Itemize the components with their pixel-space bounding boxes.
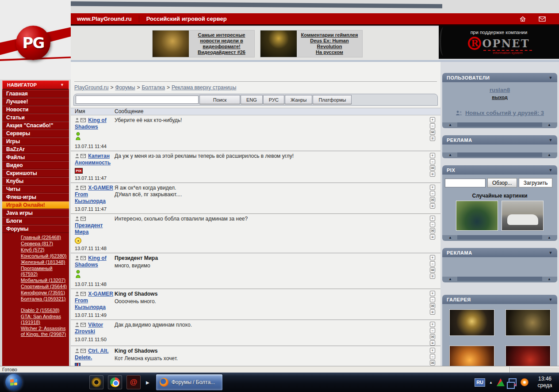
forum-link-programmny[interactable]: Программный (67592)	[2, 266, 69, 278]
random-picture-thumbnail[interactable]	[456, 201, 498, 231]
quote-icon[interactable]: ≡	[430, 274, 435, 279]
rate-plus-icon[interactable]: +	[430, 348, 435, 353]
pm-icon[interactable]	[80, 323, 86, 327]
nav-item-forumy[interactable]: Форумы	[2, 225, 69, 233]
rate-minus-icon[interactable]: −	[430, 159, 435, 164]
start-button[interactable]	[5, 374, 22, 391]
rate-minus-icon[interactable]: −	[430, 123, 435, 129]
forum-link-glavny[interactable]: Главный (226468)	[2, 235, 69, 241]
logout-link[interactable]: выход	[445, 95, 555, 100]
nav-item-skrinshoty[interactable]: Скриншоты	[2, 169, 69, 177]
ads-panel-header[interactable]: РЕКЛАМА▼	[442, 135, 557, 145]
pm-user-icon[interactable]: ✉	[430, 197, 435, 202]
quote-icon[interactable]: ≡	[430, 136, 435, 141]
breadcrumb-forums[interactable]: Форумы	[115, 84, 135, 91]
language-indicator[interactable]: RU	[475, 378, 485, 387]
rate-minus-icon[interactable]: −	[430, 354, 435, 359]
rate-plus-icon[interactable]: +	[430, 117, 435, 122]
video-digest-banner[interactable]: Самые интересные новости недели в видеоф…	[152, 30, 255, 57]
banner-link[interactable]: На русском	[299, 49, 360, 55]
forum-link-sportivny[interactable]: Спортивный (35644)	[2, 284, 69, 290]
breadcrumb-boltalka[interactable]: Болталка	[142, 84, 165, 91]
nav-item-chity[interactable]: Читы	[2, 185, 69, 193]
panel-collapse-bar[interactable]: ▲▲	[442, 277, 557, 282]
forum-link-witcher2[interactable]: Witcher 2: Assassins of Kings, the (2998…	[2, 326, 69, 338]
nav-item-akciya[interactable]: Акция "Спасибо!"	[2, 122, 69, 129]
avatar[interactable]	[75, 270, 113, 280]
forum-link-servera[interactable]: Сервера (817)	[2, 241, 69, 247]
nav-item-flesh-igry[interactable]: Флеш-игры	[2, 193, 69, 201]
rate-plus-icon[interactable]: +	[430, 153, 435, 158]
nav-item-java-igry[interactable]: Java игры	[2, 209, 69, 217]
quote-icon[interactable]: ≡	[430, 171, 435, 177]
rate-plus-icon[interactable]: +	[430, 255, 435, 260]
avatar[interactable]: PIX	[75, 168, 83, 174]
tray-app-icon[interactable]	[521, 378, 528, 386]
deus-ex-banner[interactable]: Комментарии геймплея Deus Ex: Human Revo…	[260, 30, 363, 57]
forum-link-klub[interactable]: Клуб (572)	[2, 247, 69, 253]
gallery-thumbnail[interactable]	[449, 309, 494, 336]
pm-icon[interactable]	[80, 217, 86, 221]
quick-launch-daemon-icon[interactable]	[89, 375, 103, 389]
nav-item-faily[interactable]: Файлы	[2, 153, 69, 161]
rate-minus-icon[interactable]: −	[430, 222, 435, 227]
firefox-task-button[interactable]: Форумы / Болта...	[156, 374, 223, 391]
panel-collapse-bar[interactable]: ▲▲	[442, 152, 557, 158]
username-link[interactable]: Ctrl. Alt. Delete.	[75, 348, 109, 361]
taskbar-clock[interactable]: 13:46 среда	[534, 376, 555, 389]
genres-tab[interactable]: Жанры	[285, 95, 313, 104]
nav-item-luchshee[interactable]: Лучшее!	[2, 98, 69, 106]
pm-user-icon[interactable]: ✉	[430, 228, 435, 233]
avatar[interactable]	[75, 132, 113, 142]
network-status-icon[interactable]	[509, 378, 517, 386]
nav-item-servery[interactable]: Серверы	[2, 129, 69, 137]
banner-title-link[interactable]: Комментарии геймплея	[299, 32, 360, 38]
friend-events-link[interactable]: Новых событий у друзей: 3	[465, 110, 544, 116]
profile-icon[interactable]	[75, 291, 80, 296]
eng-tab[interactable]: ENG	[241, 95, 263, 104]
upload-button[interactable]: Загрузить	[519, 178, 553, 187]
playground-logo[interactable]: PG	[16, 26, 50, 60]
quote-icon[interactable]: ≡	[430, 340, 435, 346]
current-user-link[interactable]: ruslan8	[490, 87, 510, 93]
gallery-thumbnail[interactable]	[449, 346, 494, 366]
quote-icon[interactable]: ≡	[430, 309, 435, 315]
forum-link-mobilny[interactable]: Мобильный (13207)	[2, 278, 69, 284]
nav-item-kluby[interactable]: Клубы	[2, 177, 69, 185]
rate-plus-icon[interactable]: +	[430, 185, 435, 190]
panel-collapse-bar[interactable]: ▲▲	[442, 122, 557, 128]
random-picture-thumbnail[interactable]	[502, 201, 544, 231]
breadcrumb-playground[interactable]: PlayGround.ru	[74, 84, 108, 91]
profile-icon[interactable]	[75, 322, 80, 327]
browse-button[interactable]: Обзор...	[487, 178, 517, 187]
panel-collapse-bar[interactable]: ▲▲	[442, 235, 557, 241]
sponsor-banner[interactable]: при поддержке компании R OPNET informati…	[439, 26, 559, 59]
nav-item-igray-online[interactable]: Играй Онлайн!	[2, 201, 69, 209]
forum-link-boltalka[interactable]: Болталка (1059321)	[2, 296, 69, 302]
site-url[interactable]: www.PlayGround.ru	[77, 15, 132, 22]
show-hidden-icons[interactable]: ▲	[489, 381, 493, 384]
pm-icon[interactable]	[80, 118, 86, 122]
banner-title-link[interactable]: Самые интересные новости недели в видеоф…	[191, 32, 253, 49]
rate-minus-icon[interactable]: −	[430, 191, 435, 196]
nav-item-stati[interactable]: Статьи	[2, 114, 69, 122]
rate-minus-icon[interactable]: −	[430, 328, 435, 333]
forum-link-diablo2[interactable]: Diablo 2 (155638)	[2, 308, 69, 314]
pm-icon[interactable]	[80, 154, 86, 158]
ads-panel-header[interactable]: РЕКЛАМА▼	[442, 248, 557, 257]
quote-icon[interactable]: ≡	[430, 203, 435, 209]
search-input[interactable]	[76, 95, 199, 104]
rate-plus-icon[interactable]: +	[430, 322, 435, 327]
search-button[interactable]: Поиск	[199, 95, 240, 104]
rate-plus-icon[interactable]: +	[430, 216, 435, 221]
profile-icon[interactable]	[75, 153, 80, 158]
forum-link-zhelezny[interactable]: Железный (181348)	[2, 259, 69, 266]
pm-user-icon[interactable]: ✉	[430, 129, 435, 135]
quote-icon[interactable]: ≡	[430, 234, 435, 240]
pm-user-icon[interactable]: ✉	[430, 334, 435, 339]
pm-icon[interactable]	[80, 349, 86, 353]
nav-item-blogi[interactable]: Блоги	[2, 217, 69, 225]
nav-item-video[interactable]: Видео	[2, 161, 69, 169]
profile-icon[interactable]	[75, 348, 80, 353]
forum-link-kinoforum[interactable]: Кинофорум (73591)	[2, 290, 69, 296]
